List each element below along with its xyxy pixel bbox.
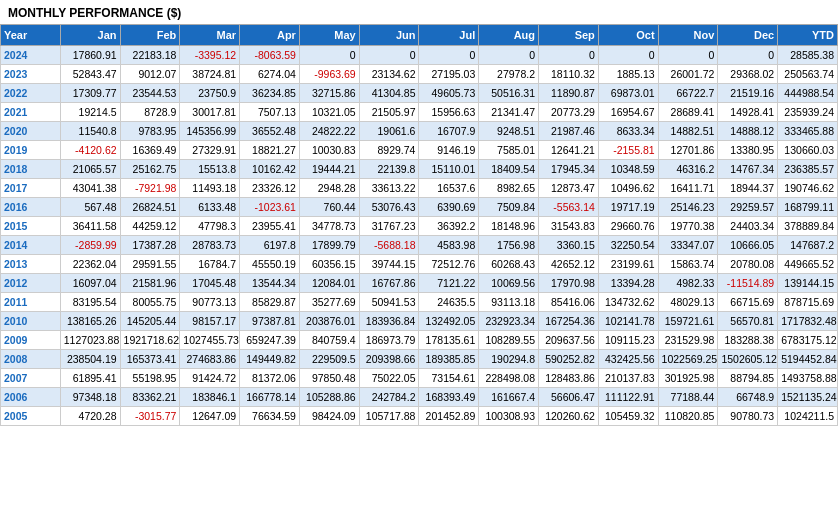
cell-jan: 1127023.88 [60, 331, 120, 350]
cell-jun: 50941.53 [359, 293, 419, 312]
cell-sep: 11890.87 [539, 84, 599, 103]
cell-apr: 23955.41 [240, 217, 300, 236]
cell-oct: 111122.91 [598, 388, 658, 407]
cell-sep: 120260.62 [539, 407, 599, 426]
cell-year: 2019 [1, 141, 61, 160]
cell-jul: 168393.49 [419, 388, 479, 407]
table-row: 202217309.7723544.5323750.936234.8532715… [1, 84, 838, 103]
cell-jun: 41304.85 [359, 84, 419, 103]
cell-dec: 56570.81 [718, 312, 778, 331]
cell-oct: 102141.78 [598, 312, 658, 331]
cell-feb: 145205.44 [120, 312, 180, 331]
cell-sep: -5563.14 [539, 198, 599, 217]
cell-nov: 231529.98 [658, 331, 718, 350]
cell-sep: 12641.21 [539, 141, 599, 160]
cell-year: 2022 [1, 84, 61, 103]
cell-oct: 10496.62 [598, 179, 658, 198]
cell-aug: 8982.65 [479, 179, 539, 198]
cell-jul: 178135.61 [419, 331, 479, 350]
cell-feb: 16369.49 [120, 141, 180, 160]
cell-apr: 97387.81 [240, 312, 300, 331]
cell-dec: 1502605.12 [718, 350, 778, 369]
cell-jan: 36411.58 [60, 217, 120, 236]
cell-feb: 9783.95 [120, 122, 180, 141]
cell-may: 105288.86 [299, 388, 359, 407]
cell-sep: 209637.56 [539, 331, 599, 350]
cell-year: 2021 [1, 103, 61, 122]
cell-jul: 73154.61 [419, 369, 479, 388]
col-header-mar: Mar [180, 25, 240, 46]
cell-jan: 19214.5 [60, 103, 120, 122]
cell-may: 10321.05 [299, 103, 359, 122]
cell-jul: 201452.89 [419, 407, 479, 426]
cell-jun: 209398.66 [359, 350, 419, 369]
cell-feb: 23544.53 [120, 84, 180, 103]
cell-sep: 21987.46 [539, 122, 599, 141]
table-row: 200761895.4155198.9591424.7281372.069785… [1, 369, 838, 388]
table-row: 2019-4120.6216369.4927329.9118821.271003… [1, 141, 838, 160]
cell-aug: 18409.54 [479, 160, 539, 179]
cell-jan: 17860.91 [60, 46, 120, 65]
cell-year: 2013 [1, 255, 61, 274]
cell-sep: 42652.12 [539, 255, 599, 274]
cell-ytd: 1024211.5 [778, 407, 838, 426]
cell-mar: 274683.86 [180, 350, 240, 369]
cell-aug: 18148.96 [479, 217, 539, 236]
cell-nov: 12701.86 [658, 141, 718, 160]
cell-feb: 1921718.62 [120, 331, 180, 350]
cell-apr: 81372.06 [240, 369, 300, 388]
cell-jan: 16097.04 [60, 274, 120, 293]
cell-year: 2015 [1, 217, 61, 236]
cell-jul: 16537.6 [419, 179, 479, 198]
cell-sep: 18110.32 [539, 65, 599, 84]
cell-nov: 19770.38 [658, 217, 718, 236]
cell-year: 2018 [1, 160, 61, 179]
cell-nov: 48029.13 [658, 293, 718, 312]
cell-oct: 23199.61 [598, 255, 658, 274]
cell-jun: 242784.2 [359, 388, 419, 407]
cell-may: 10030.83 [299, 141, 359, 160]
cell-jan: 567.48 [60, 198, 120, 217]
cell-jul: 4583.98 [419, 236, 479, 255]
cell-jun: -5688.18 [359, 236, 419, 255]
cell-year: 2011 [1, 293, 61, 312]
cell-mar: 47798.3 [180, 217, 240, 236]
cell-aug: 7585.01 [479, 141, 539, 160]
cell-nov: 110820.85 [658, 407, 718, 426]
cell-jan: 97348.18 [60, 388, 120, 407]
cell-oct: 432425.56 [598, 350, 658, 369]
col-header-aug: Aug [479, 25, 539, 46]
cell-jan: 11540.8 [60, 122, 120, 141]
cell-mar: 90773.13 [180, 293, 240, 312]
cell-dec: 20780.08 [718, 255, 778, 274]
cell-sep: 128483.86 [539, 369, 599, 388]
cell-jun: 183936.84 [359, 312, 419, 331]
page-title: MONTHLY PERFORMANCE ($) [0, 0, 838, 24]
cell-mar: 30017.81 [180, 103, 240, 122]
col-header-may: May [299, 25, 359, 46]
cell-ytd: 250563.74 [778, 65, 838, 84]
cell-nov: 26001.72 [658, 65, 718, 84]
cell-dec: 14888.12 [718, 122, 778, 141]
cell-aug: 108289.55 [479, 331, 539, 350]
cell-may: 760.44 [299, 198, 359, 217]
cell-nov: 14882.51 [658, 122, 718, 141]
cell-aug: 27978.2 [479, 65, 539, 84]
cell-aug: 9248.51 [479, 122, 539, 141]
cell-year: 2012 [1, 274, 61, 293]
cell-may: 840759.4 [299, 331, 359, 350]
cell-dec: 10666.05 [718, 236, 778, 255]
cell-dec: 14767.34 [718, 160, 778, 179]
table-row: 201322362.0429591.5516784.745550.1960356… [1, 255, 838, 274]
cell-apr: 36234.85 [240, 84, 300, 103]
cell-sep: 17970.98 [539, 274, 599, 293]
cell-jun: 23134.62 [359, 65, 419, 84]
cell-ytd: 1493758.88 [778, 369, 838, 388]
cell-ytd: 5194452.84 [778, 350, 838, 369]
cell-dec: 183288.38 [718, 331, 778, 350]
cell-apr: 149449.82 [240, 350, 300, 369]
cell-year: 2006 [1, 388, 61, 407]
cell-aug: 7509.84 [479, 198, 539, 217]
col-header-jun: Jun [359, 25, 419, 46]
cell-feb: 17387.28 [120, 236, 180, 255]
